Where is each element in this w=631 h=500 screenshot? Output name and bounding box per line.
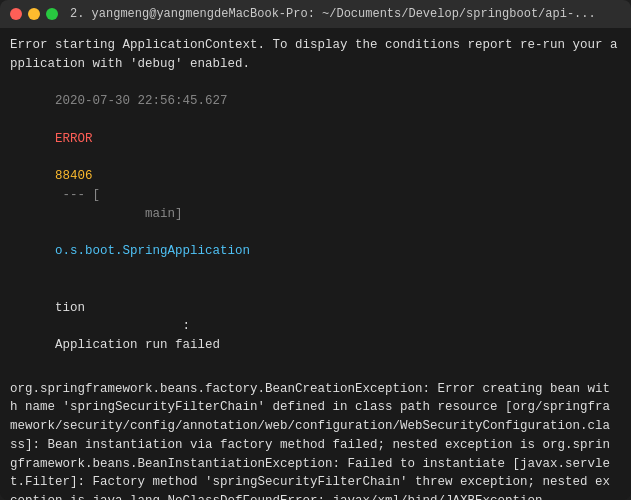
log-message-text: Application run failed bbox=[55, 338, 220, 352]
titlebar: 2. yangmeng@yangmengdeMacBook-Pro: ~/Doc… bbox=[0, 0, 631, 28]
exception-main: org.springframework.beans.factory.BeanCr… bbox=[10, 380, 621, 399]
terminal-window: 2. yangmeng@yangmengdeMacBook-Pro: ~/Doc… bbox=[0, 0, 631, 500]
traffic-lights bbox=[10, 8, 58, 20]
exception-main-2: h name 'springSecurityFilterChain' defin… bbox=[10, 398, 621, 417]
log-separator: --- [ bbox=[55, 188, 100, 202]
exception-main-3: mework/security/config/annotation/web/co… bbox=[10, 417, 621, 436]
maximize-button[interactable] bbox=[46, 8, 58, 20]
log-code: 88406 bbox=[55, 169, 93, 183]
exception-main-6: t.Filter]: Factory method 'springSecurit… bbox=[10, 473, 621, 492]
error-intro-line: Error starting ApplicationContext. To di… bbox=[10, 36, 621, 74]
terminal-output[interactable]: Error starting ApplicationContext. To di… bbox=[0, 28, 631, 500]
exception-main-7: ception is java.lang.NoClassDefFoundErro… bbox=[10, 492, 621, 500]
log-entry-line: 2020-07-30 22:56:45.627 ERROR 88406 --- … bbox=[10, 74, 621, 280]
minimize-button[interactable] bbox=[28, 8, 40, 20]
log-class: o.s.boot.SpringApplication bbox=[55, 244, 250, 258]
log-level: ERROR bbox=[55, 132, 93, 146]
close-button[interactable] bbox=[10, 8, 22, 20]
exception-main-5: gframework.beans.BeanInstantiationExcept… bbox=[10, 455, 621, 474]
log-message-line: tion : Application run failed bbox=[10, 280, 621, 374]
log-timestamp: 2020-07-30 22:56:45.627 bbox=[55, 94, 228, 108]
window-title: 2. yangmeng@yangmengdeMacBook-Pro: ~/Doc… bbox=[70, 7, 596, 21]
log-thread: main] bbox=[55, 207, 183, 221]
exception-main-4: ss]: Bean instantiation via factory meth… bbox=[10, 436, 621, 455]
